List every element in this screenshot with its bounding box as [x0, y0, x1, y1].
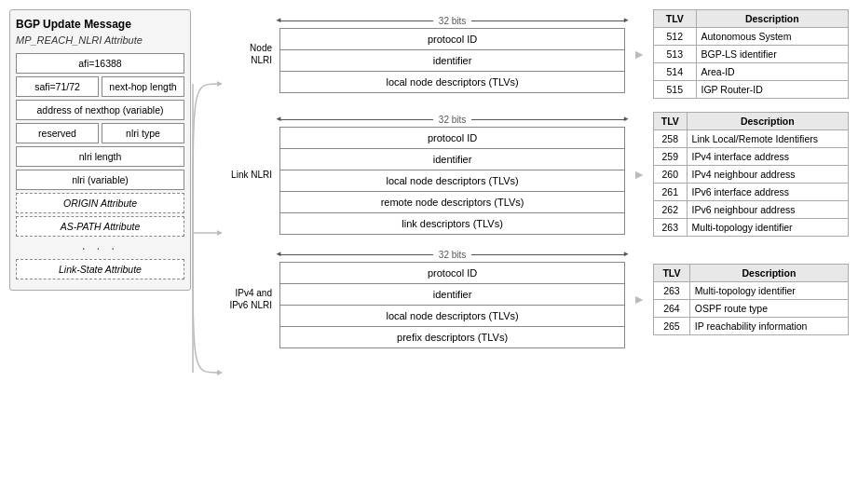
- table-row: 265 IP reachability information: [654, 317, 849, 334]
- table-row: 260 IPv4 neighbour address: [654, 166, 849, 184]
- node-nlri-box: protocol ID identifier local node descri…: [279, 28, 625, 93]
- panel-subtitle: MP_REACH_NLRI Attribute: [16, 34, 184, 46]
- field-afi: afi=16388: [16, 53, 184, 74]
- link-row-4: remote node descriptors (TLVs): [280, 192, 624, 213]
- link-row-5: link descriptors (TLVs): [280, 213, 624, 234]
- ipv4-ipv6-nlri-section: IPv4 and IPv6 NLRI ◄ 32 bits ► protocol …: [221, 250, 849, 348]
- tlv-header-2: TLV: [654, 113, 688, 130]
- link-nlri-label: Link NLRI: [221, 169, 272, 181]
- left-panel: BGP Update Message MP_REACH_NLRI Attribu…: [9, 9, 191, 291]
- desc-val: Multi-topology identifier: [689, 281, 848, 299]
- ipv4-ipv6-nlri-diagram: ◄ 32 bits ► protocol ID identifier local…: [279, 250, 625, 348]
- field-nlri-length: nlri length: [16, 146, 184, 167]
- desc-val: IPv4 interface address: [687, 148, 848, 166]
- connector-svg: [191, 9, 221, 466]
- node-nlri-label: NodeNLRI: [221, 42, 272, 66]
- tlv-table-2: TLV Description 258 Link Local/Remote Id…: [653, 112, 849, 237]
- tlv-val: 258: [654, 130, 688, 148]
- link-row-3: local node descriptors (TLVs): [280, 170, 624, 192]
- arrow-to-table-2: ►: [633, 167, 646, 182]
- tlv-table-1-container: TLV Description 512 Autonomous System 51…: [653, 9, 849, 99]
- desc-val: Link Local/Remote Identifiers: [687, 130, 848, 148]
- bits-header-1: ◄ 32 bits ►: [279, 16, 625, 26]
- node-nlri-section: NodeNLRI ◄ 32 bits ► protocol ID identif…: [221, 9, 849, 99]
- tlv-val: 263: [654, 281, 690, 299]
- tlv-header-3: TLV: [654, 264, 690, 281]
- field-row-safi: safi=71/72 next-hop length: [16, 76, 184, 97]
- field-reserved: reserved: [16, 123, 99, 143]
- link-row-1: protocol ID: [280, 128, 624, 149]
- ipv4-row-3: local node descriptors (TLVs): [280, 306, 624, 327]
- field-origin: ORIGIN Attribute: [16, 193, 184, 213]
- field-safi: safi=71/72: [16, 76, 99, 97]
- field-nlri-variable: nlri (variable): [16, 170, 184, 190]
- ipv4-row-1: protocol ID: [280, 263, 624, 284]
- bits-header-2: ◄ 32 bits ►: [279, 115, 625, 125]
- link-nlri-section: Link NLRI ◄ 32 bits ► protocol ID identi…: [221, 112, 849, 237]
- left-connector: [191, 9, 221, 466]
- field-nexthop-length: next-hop length: [102, 76, 184, 97]
- panel-title: BGP Update Message: [16, 18, 184, 31]
- node-row-1: protocol ID: [280, 29, 624, 50]
- link-nlri-box: protocol ID identifier local node descri…: [279, 127, 625, 235]
- desc-val: IP reachability information: [689, 317, 848, 334]
- field-linkstate: Link-State Attribute: [16, 259, 184, 279]
- desc-val: IPv4 neighbour address: [687, 166, 848, 184]
- desc-header-2: Description: [687, 113, 848, 130]
- field-aspath: AS-PATH Attribute: [16, 216, 184, 237]
- table-row: 263 Multi-topology identifier: [654, 219, 849, 237]
- node-nlri-diagram: ◄ 32 bits ► protocol ID identifier local…: [279, 16, 625, 93]
- tlv-val: 514: [654, 63, 697, 81]
- desc-val: Multi-topology identifier: [687, 219, 848, 237]
- ipv4-row-2: identifier: [280, 284, 624, 306]
- bits-header-3: ◄ 32 bits ►: [279, 250, 625, 260]
- table-row: 514 Area-ID: [654, 63, 849, 81]
- field-nexthop-addr: address of nexthop (variable): [16, 100, 184, 120]
- svg-marker-2: [217, 370, 223, 375]
- table-row: 264 OSPF route type: [654, 299, 849, 317]
- table-row: 512 Autonomous System: [654, 28, 849, 46]
- desc-header-1: Description: [696, 10, 848, 28]
- tlv-header-1: TLV: [654, 10, 697, 28]
- main-container: BGP Update Message MP_REACH_NLRI Attribu…: [9, 9, 849, 466]
- desc-val: BGP-LS identifier: [696, 46, 848, 63]
- table-row: 515 IGP Router-ID: [654, 81, 849, 99]
- dots: · · ·: [16, 240, 184, 255]
- tlv-val: 265: [654, 317, 690, 334]
- table-row: 262 IPv6 neighbour address: [654, 201, 849, 219]
- desc-val: IGP Router-ID: [696, 81, 848, 99]
- field-nlri-type: nlri type: [102, 123, 184, 143]
- table-row: 513 BGP-LS identifier: [654, 46, 849, 63]
- tlv-val: 261: [654, 184, 688, 201]
- tlv-val: 259: [654, 148, 688, 166]
- tlv-table-3: TLV Description 263 Multi-topology ident…: [653, 264, 849, 335]
- tlv-val: 260: [654, 166, 688, 184]
- node-row-2: identifier: [280, 50, 624, 72]
- field-row-reserved: reserved nlri type: [16, 123, 184, 143]
- tlv-table-3-container: TLV Description 263 Multi-topology ident…: [653, 264, 849, 335]
- link-row-2: identifier: [280, 149, 624, 170]
- desc-val: IPv6 interface address: [687, 184, 848, 201]
- arrow-to-table-3: ►: [633, 292, 646, 306]
- tlv-val: 262: [654, 201, 688, 219]
- tlv-table-2-container: TLV Description 258 Link Local/Remote Id…: [653, 112, 849, 237]
- arrow-to-table-1: ►: [633, 47, 646, 61]
- desc-header-3: Description: [689, 264, 848, 281]
- desc-val: OSPF route type: [689, 299, 848, 317]
- desc-val: Autonomous System: [696, 28, 848, 46]
- ipv4-ipv6-nlri-box: protocol ID identifier local node descri…: [279, 262, 625, 348]
- tlv-val: 515: [654, 81, 697, 99]
- ipv4-ipv6-nlri-label: IPv4 and IPv6 NLRI: [221, 287, 272, 311]
- sections-container: NodeNLRI ◄ 32 bits ► protocol ID identif…: [221, 9, 849, 348]
- desc-val: IPv6 neighbour address: [687, 201, 848, 219]
- table-row: 263 Multi-topology identifier: [654, 281, 849, 299]
- tlv-table-1: TLV Description 512 Autonomous System 51…: [653, 9, 849, 99]
- table-row: 259 IPv4 interface address: [654, 148, 849, 166]
- tlv-val: 264: [654, 299, 690, 317]
- table-row: 261 IPv6 interface address: [654, 184, 849, 201]
- node-row-3: local node descriptors (TLVs): [280, 72, 624, 92]
- ipv4-row-4: prefix descriptors (TLVs): [280, 327, 624, 347]
- tlv-val: 513: [654, 46, 697, 63]
- link-nlri-diagram: ◄ 32 bits ► protocol ID identifier local…: [279, 115, 625, 235]
- tlv-val: 512: [654, 28, 697, 46]
